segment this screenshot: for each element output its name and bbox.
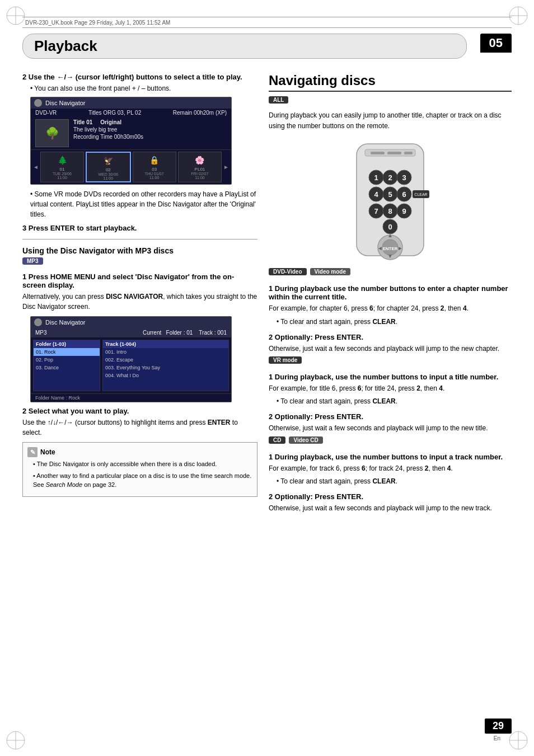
cd-step1-heading: 1 During playback, use the number button…: [269, 453, 512, 461]
mp3-folder-pop[interactable]: 02. Pop: [34, 356, 100, 364]
disc-nav-arrow-right: ►: [223, 152, 229, 182]
navigating-discs-title: Navigating discs: [269, 73, 512, 92]
svg-text:◄: ◄: [377, 245, 383, 251]
page-title: Playback: [22, 34, 467, 59]
mp3-badge: MP3: [22, 257, 43, 265]
disc-nav-thumb-01[interactable]: 🌲 01 TUE 29/06 11:00: [40, 152, 84, 182]
mp3-track-004[interactable]: 004. What I Do: [103, 372, 228, 379]
disc-nav-thumb-02[interactable]: 🦅 02 WED 30/06 11:00: [86, 152, 130, 182]
mp3-step1-heading: 1 Press HOME MENU and select 'Disc Navig…: [22, 273, 257, 289]
svg-rect-14: [371, 152, 385, 154]
step2-bullet: You can also use the front panel + / – b…: [30, 84, 257, 92]
vr-step1-bullet: To clear and start again, press CLEAR.: [277, 396, 512, 407]
disc-nav-format: DVD-VR: [35, 110, 57, 116]
dvd-step2-body: Otherwise, just wait a few seconds and p…: [269, 344, 512, 354]
disc-nav-title-bar: Disc Navigator: [31, 97, 231, 109]
disc-nav-icon: [34, 99, 42, 107]
dvd-video-badge: DVD-Video: [269, 268, 307, 275]
right-column: Navigating discs ALL During playback you…: [269, 67, 512, 734]
mp3-nav-icon: [34, 318, 42, 326]
disc-nav-remain: Remain 00h20m (XP): [173, 110, 227, 116]
svg-rect-16: [404, 152, 413, 154]
mp3-folder-header: Folder (1-03): [34, 340, 100, 348]
svg-text:8: 8: [388, 207, 392, 215]
cd-badge: CD: [269, 436, 285, 444]
svg-text:▼: ▼: [387, 253, 393, 259]
disc-nav-info-row: DVD-VR Titles ORG 03, PL 02 Remain 00h20…: [31, 109, 231, 117]
vr-step1-heading: 1 During playback, use the number button…: [269, 373, 512, 381]
dvd-step1-bullet: To clear and start again, press CLEAR.: [277, 317, 512, 327]
mp3-step2-heading: 2 Select what you want to play.: [22, 407, 257, 415]
mp3-nav-current: Current Folder : 01 Track : 001: [143, 330, 227, 336]
mp3-folder-rock[interactable]: 01. Rock: [34, 348, 100, 356]
left-column: 2 Use the ←/→ (cursor left/right) button…: [22, 67, 257, 734]
cd-step2-heading: 2 Optionally: Press ENTER.: [269, 492, 512, 501]
main-content: 2 Use the ←/→ (cursor left/right) button…: [22, 67, 512, 734]
vr-mode-badge-row: VR mode: [269, 356, 512, 367]
step3-heading: 3 Press ENTER to start playback.: [22, 224, 257, 232]
disc-nav-arrow-left: ◄: [33, 152, 39, 182]
cd-badges-row: CD Video CD: [269, 436, 512, 447]
mp3-nav-title-bar: Disc Navigator: [31, 317, 231, 328]
vr-bullet-text: Some VR mode DVDs recorded on other reco…: [30, 189, 257, 219]
file-info: DVR-230_UK.book Page 29 Friday, July 1, …: [25, 20, 170, 26]
svg-text:7: 7: [374, 207, 378, 215]
mp3-folder-dance[interactable]: 03. Dance: [34, 364, 100, 372]
mp3-nav-format: MP3: [35, 330, 47, 336]
mp3-step2-body: Use the ↑/↓/←/→ (cursor buttons) to high…: [22, 417, 257, 438]
note-label: Note: [40, 448, 55, 456]
disc-nav-title-name: The lively big tree: [73, 126, 227, 133]
disc-nav-thumb-03[interactable]: 🔒 03 THU 01/07 11:00: [133, 152, 176, 182]
note-header: ✎ Note: [27, 447, 252, 457]
cd-step2-body: Otherwise, just wait a few seconds and p…: [269, 503, 512, 514]
mp3-track-001[interactable]: 001. Intro: [103, 348, 228, 356]
all-badge: ALL: [269, 96, 288, 104]
svg-text:6: 6: [402, 190, 406, 199]
dvd-badges-row: DVD-Video Video mode: [269, 268, 512, 279]
header-bar: DVR-230_UK.book Page 29 Friday, July 1, …: [22, 17, 512, 28]
mp3-track-003[interactable]: 003. Everything You Say: [103, 364, 228, 372]
svg-text:ENTER: ENTER: [382, 246, 397, 251]
mp3-section-heading: Using the Disc Navigator with MP3 discs: [22, 246, 257, 255]
disc-nav-thumb-pl01[interactable]: 🌸 PL01 FRI 02/07 11:00: [178, 152, 222, 182]
mp3-folder-column: Folder (1-03) 01. Rock 02. Pop 03. Dance: [33, 340, 100, 391]
svg-text:9: 9: [402, 207, 406, 215]
remote-svg: 1 2 3 4 5 6 CLEAR 7 8: [340, 138, 441, 261]
disc-nav-thumbnail: 🌳: [35, 119, 69, 147]
mp3-badge-row: MP3: [22, 257, 257, 268]
dvd-step1-heading: 1 During playback use the number buttons…: [269, 284, 512, 301]
disc-nav-info: Title 01 Original The lively big tree Re…: [73, 119, 227, 147]
mp3-track-column: Track (1-004) 001. Intro 002. Escape 003…: [102, 340, 229, 391]
mp3-step1-body: Alternatively, you can press DISC NAVIGA…: [22, 292, 257, 312]
remote-illustration: 1 2 3 4 5 6 CLEAR 7 8: [269, 138, 512, 261]
vr-step1-body: For example, for title 6, press 6; for t…: [269, 383, 512, 394]
svg-text:1: 1: [374, 173, 378, 182]
disc-navigator-box: Disc Navigator DVD-VR Titles ORG 03, PL …: [30, 97, 232, 185]
note-box: ✎ Note The Disc Navigator is only access…: [22, 442, 257, 497]
section-description: During playback you can easily jump to a…: [269, 110, 512, 132]
note-bullet-2: Another way to find a particular place o…: [33, 471, 252, 490]
dvd-step1-body: For example, for chapter 6, press 6; for…: [269, 303, 512, 314]
section-separator-1: [22, 239, 257, 240]
disc-nav-titles: Titles ORG 03, PL 02: [88, 110, 141, 116]
cd-step1-body: For example, for track 6, press 6; for t…: [269, 463, 512, 474]
mp3-nav-title-text: Disc Navigator: [45, 319, 86, 326]
dvd-step2-heading: 2 Optionally: Press ENTER.: [269, 333, 512, 341]
disc-nav-recording-time: Recording Time 00h30m00s: [73, 134, 227, 140]
page-number: 29: [485, 719, 512, 734]
mp3-nav-footer: Folder Name : Rock: [31, 393, 231, 402]
mp3-nav-header: MP3 Current Folder : 01 Track : 001: [31, 328, 231, 337]
disc-nav-title-text: Disc Navigator: [45, 100, 86, 106]
note-bullet-1: The Disc Navigator is only accessible wh…: [33, 459, 252, 469]
vr-step2-body: Otherwise, just wait a few seconds and p…: [269, 423, 512, 434]
mp3-track-002[interactable]: 002. Escape: [103, 356, 228, 364]
svg-text:4: 4: [374, 190, 378, 199]
disc-nav-bottom-row: ◄ 🌲 01 TUE 29/06 11:00 🦅 02 WED 30/06 11…: [31, 149, 231, 184]
video-cd-badge: Video CD: [289, 436, 322, 444]
cd-step1-bullet: To clear and start again, press CLEAR.: [277, 476, 512, 487]
svg-text:▲: ▲: [387, 232, 393, 238]
svg-text:5: 5: [388, 190, 392, 199]
svg-text:CLEAR: CLEAR: [414, 192, 427, 196]
mp3-navigator-box: Disc Navigator MP3 Current Folder : 01 T…: [30, 316, 232, 402]
mp3-track-header: Track (1-004): [103, 340, 228, 348]
